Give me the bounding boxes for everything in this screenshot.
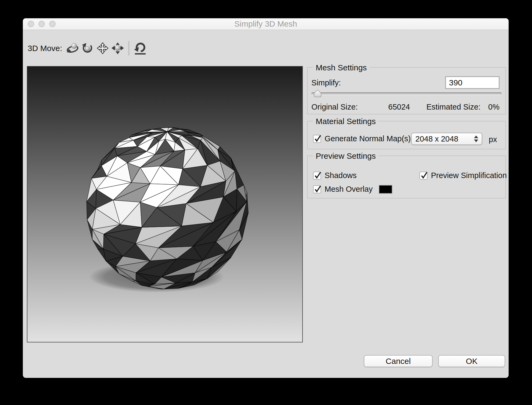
mesh-settings-group: Mesh Settings Simplify: Original Size: 6… (307, 67, 506, 114)
estimated-size-label: Estimated Size: (426, 103, 480, 111)
original-size-value: 65024 (388, 103, 410, 111)
ok-button[interactable]: OK (438, 355, 505, 367)
mesh-settings-title: Mesh Settings (313, 63, 369, 72)
shadows-checkbox[interactable] (313, 172, 321, 180)
estimated-size-value: 0% (488, 103, 499, 111)
pan-icon[interactable] (96, 42, 109, 55)
mesh-overlay-checkbox[interactable] (313, 185, 321, 193)
preview-simplification-label: Preview Simplification (431, 171, 507, 180)
preview-settings-title: Preview Settings (313, 151, 378, 161)
slide-icon[interactable] (111, 42, 124, 55)
normal-map-size-value: 2048 x 2048 (415, 135, 458, 143)
generate-normal-map-checkbox[interactable] (313, 135, 321, 143)
orbit-rotate-icon[interactable] (66, 42, 79, 55)
roll-icon[interactable] (81, 42, 94, 55)
3d-move-label: 3D Move: (28, 44, 62, 53)
ok-button-label: OK (466, 357, 477, 366)
minimize-button[interactable] (38, 21, 45, 27)
mesh-overlay-label: Mesh Overlay (325, 185, 373, 194)
window-title: Simplify 3D Mesh (234, 19, 297, 28)
shadows-label: Shadows (325, 171, 357, 180)
normal-map-size-dropdown[interactable]: 2048 x 2048 (411, 133, 482, 145)
close-button[interactable] (28, 21, 34, 27)
preview-simplification-checkbox[interactable] (419, 172, 427, 180)
original-size-label: Original Size: (311, 103, 358, 111)
zoom-button[interactable] (49, 21, 56, 27)
mesh-overlay-color-swatch[interactable] (379, 185, 392, 194)
dialog-window: Simplify 3D Mesh 3D Move: (23, 18, 509, 378)
px-unit-label: px (489, 135, 497, 144)
generate-normal-map-label: Generate Normal Map(s) (325, 134, 411, 143)
toolbar-separator (128, 41, 130, 56)
slider-track[interactable] (311, 92, 502, 95)
reset-view-icon[interactable] (133, 42, 147, 55)
material-settings-title: Material Settings (313, 117, 378, 126)
preview-settings-group: Preview Settings Shadows Preview Simplif… (307, 156, 506, 198)
simplify-label: Simplify: (311, 78, 341, 87)
simplify-input[interactable] (445, 76, 499, 89)
stepper-arrows-icon (474, 136, 478, 142)
3d-preview-viewport[interactable] (27, 66, 303, 342)
cancel-button-label: Cancel (386, 357, 411, 366)
simplify-slider[interactable] (311, 89, 502, 98)
slider-thumb[interactable] (314, 89, 322, 99)
traffic-lights (28, 21, 56, 27)
title-bar: Simplify 3D Mesh (23, 18, 509, 30)
material-settings-group: Material Settings Generate Normal Map(s)… (307, 121, 506, 149)
preview-canvas[interactable] (27, 67, 302, 342)
3d-move-toolbar: 3D Move: (28, 40, 149, 56)
cancel-button[interactable]: Cancel (364, 355, 433, 367)
